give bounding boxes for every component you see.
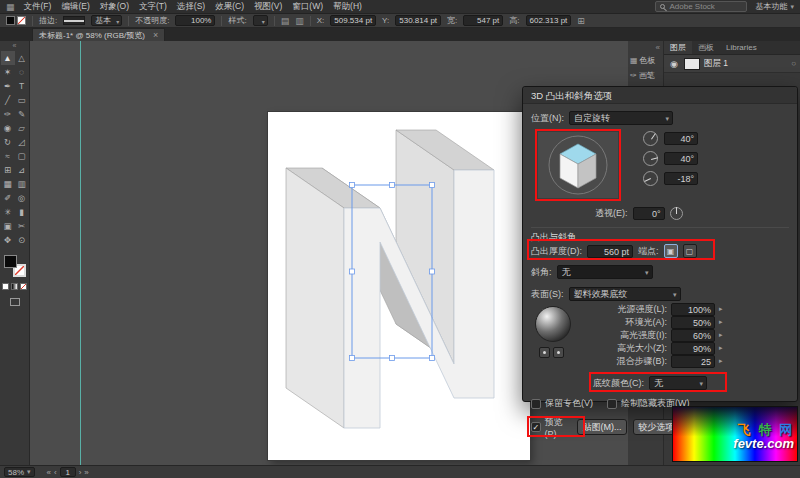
bevel-select[interactable]: 无 — [557, 265, 653, 279]
transform-icon[interactable]: ⊞ — [577, 16, 585, 26]
menu-select[interactable]: 选择(S) — [177, 1, 205, 13]
layer-row[interactable]: ◉ 图层 1 ○ — [664, 55, 800, 73]
stroke-none-swatch[interactable] — [17, 16, 26, 25]
direct-selection-tool[interactable]: △ — [15, 51, 29, 65]
artboard[interactable] — [268, 112, 530, 460]
rectangle-tool[interactable]: ▭ — [15, 93, 29, 107]
selection-handle[interactable] — [350, 269, 355, 274]
zoom-tool[interactable]: ⊙ — [15, 233, 29, 247]
brush-definition-select[interactable]: 基本 — [91, 15, 122, 26]
magic-wand-tool[interactable]: ✶ — [1, 65, 15, 79]
symbol-sprayer-tool[interactable]: ✳ — [1, 205, 15, 219]
stepper-icon[interactable]: ▸ — [719, 344, 723, 352]
style-select[interactable] — [253, 15, 268, 26]
line-tool[interactable]: ╱ — [1, 93, 15, 107]
scale-tool[interactable]: ◿ — [15, 135, 29, 149]
workspace-switcher[interactable]: 基本功能 ▾ — [755, 1, 794, 12]
free-transform-tool[interactable]: ▢ — [15, 149, 29, 163]
selection-handle[interactable] — [430, 269, 435, 274]
map-art-button[interactable]: 贴图(M)... — [577, 419, 627, 435]
selection-handle[interactable] — [350, 356, 355, 361]
close-icon[interactable]: × — [153, 30, 158, 40]
light-intensity-field[interactable]: 100% — [671, 303, 715, 316]
blend-tool[interactable]: ◎ — [15, 191, 29, 205]
eyedropper-tool[interactable]: ✐ — [1, 191, 15, 205]
layer-name[interactable]: 图层 1 — [704, 58, 787, 70]
mesh-tool[interactable]: ▦ — [1, 177, 15, 191]
none-mode-button[interactable] — [20, 283, 27, 290]
menu-view[interactable]: 视图(V) — [254, 1, 282, 13]
cube-track[interactable] — [538, 132, 618, 198]
fill-swatch[interactable] — [4, 255, 17, 268]
swatches-panel-button[interactable]: ▦ 色板 — [628, 53, 663, 68]
pencil-tool[interactable]: ✎ — [15, 107, 29, 121]
stroke-weight-select[interactable] — [63, 16, 85, 25]
gradient-mode-button[interactable] — [11, 283, 18, 290]
extrude-depth-field[interactable]: 560 pt — [587, 245, 633, 258]
highlight-intensity-field[interactable]: 60% — [671, 329, 715, 342]
rotate-tool[interactable]: ↻ — [1, 135, 15, 149]
shading-color-select[interactable]: 无 — [649, 376, 707, 390]
height-field[interactable]: 602.313 pt — [526, 15, 572, 26]
menu-object[interactable]: 对象(O) — [100, 1, 129, 13]
zoom-level-select[interactable]: 58% ▾ — [4, 467, 35, 477]
surface-select[interactable]: 塑料效果底纹 — [569, 287, 681, 301]
rotate-y-field[interactable]: 40° — [664, 152, 698, 165]
perspective-grid-tool[interactable]: ⊿ — [15, 163, 29, 177]
dialog-title[interactable]: 3D 凸出和斜角选项 — [523, 87, 797, 104]
position-select[interactable]: 自定旋转 — [569, 111, 673, 125]
first-artboard-button[interactable]: « — [47, 468, 51, 477]
artboard-tool[interactable]: ▣ — [1, 219, 15, 233]
color-mode-button[interactable] — [2, 283, 9, 290]
rotate-x-field[interactable]: 40° — [664, 132, 698, 145]
perspective-field[interactable]: 0° — [633, 207, 665, 220]
shape-builder-tool[interactable]: ⊞ — [1, 163, 15, 177]
column-graph-tool[interactable]: ▮ — [15, 205, 29, 219]
selection-handle[interactable] — [430, 183, 435, 188]
blend-steps-field[interactable]: 25 — [671, 355, 715, 368]
new-light-button[interactable] — [539, 347, 550, 358]
stock-search-box[interactable]: Adobe Stock — [655, 1, 747, 12]
selection-handle[interactable] — [390, 183, 395, 188]
toolbar-collapse-button[interactable]: « — [0, 41, 29, 51]
last-artboard-button[interactable]: » — [84, 468, 88, 477]
menu-file[interactable]: 文件(F) — [24, 1, 52, 13]
paintbrush-tool[interactable]: ✑ — [1, 107, 15, 121]
rotation-cube-preview[interactable] — [535, 129, 621, 201]
3d-letter-n[interactable] — [268, 112, 530, 460]
width-tool[interactable]: ≈ — [1, 149, 15, 163]
extrude-face-left-stem-side[interactable] — [286, 168, 344, 428]
prev-artboard-button[interactable]: ‹ — [54, 468, 57, 477]
selection-tool[interactable]: ▲ — [1, 51, 15, 65]
tab-layers[interactable]: 图层 — [664, 41, 692, 54]
rotate-y-dial[interactable] — [643, 151, 658, 166]
y-field[interactable]: 530.814 pt — [395, 15, 441, 26]
selection-handle[interactable] — [390, 356, 395, 361]
rotate-x-dial[interactable] — [643, 131, 658, 146]
type-tool[interactable]: T — [15, 79, 29, 93]
draw-hidden-checkbox[interactable] — [607, 399, 617, 409]
distribute-icon[interactable]: ▥ — [295, 16, 304, 26]
preserve-spot-checkbox[interactable] — [531, 399, 541, 409]
brushes-panel-button[interactable]: ✑ 画笔 — [628, 68, 663, 83]
align-icon[interactable]: ▤ — [281, 16, 290, 26]
perspective-dial[interactable] — [670, 207, 683, 220]
width-field[interactable]: 547 pt — [463, 15, 503, 26]
selection-handle[interactable] — [350, 183, 355, 188]
tab-libraries[interactable]: Libraries — [720, 41, 763, 54]
next-artboard-button[interactable]: › — [79, 468, 82, 477]
cap-solid-button[interactable]: ▣ — [664, 244, 678, 258]
blob-brush-tool[interactable]: ◉ — [1, 121, 15, 135]
stepper-icon[interactable]: ▸ — [719, 357, 723, 365]
gradient-tool[interactable]: ▥ — [15, 177, 29, 191]
hand-tool[interactable]: ✥ — [1, 233, 15, 247]
dock-expand-button[interactable]: « — [628, 43, 663, 53]
ambient-light-field[interactable]: 50% — [671, 316, 715, 329]
eraser-tool[interactable]: ▱ — [15, 121, 29, 135]
highlight-size-field[interactable]: 90% — [671, 342, 715, 355]
slice-tool[interactable]: ✂ — [15, 219, 29, 233]
opacity-value[interactable]: 100% — [175, 15, 215, 26]
layer-target-icon[interactable]: ○ — [791, 59, 796, 68]
stepper-icon[interactable]: ▸ — [719, 318, 723, 326]
rotate-z-dial[interactable] — [643, 171, 658, 186]
